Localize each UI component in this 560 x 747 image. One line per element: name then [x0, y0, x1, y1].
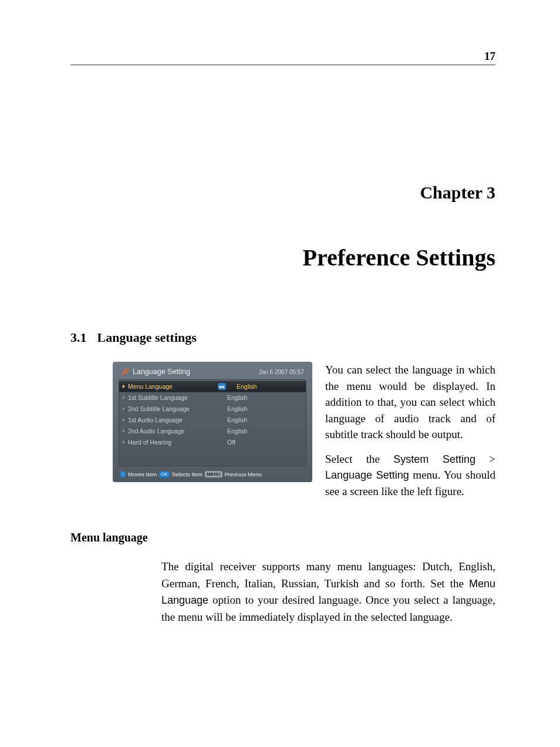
row-value: English [217, 405, 302, 412]
menu-row-2nd-audio[interactable]: 2nd Audio Language English [119, 426, 306, 437]
subheading-menu-language: Menu language [70, 531, 495, 544]
intro-p2-a: Select the [325, 453, 393, 465]
chevron-right-icon [123, 440, 125, 444]
section-number: 3.1 [70, 330, 87, 345]
chevron-right-icon [123, 396, 125, 399]
footer-selects: Selects Item [172, 471, 203, 477]
intro-p1: You can select the language in which the… [325, 362, 495, 443]
row-value: English [217, 428, 302, 435]
row-value: English [226, 383, 302, 390]
row-label: 2nd Subtitle Language [128, 405, 190, 412]
figure-panel: Menu Language ᴏᴋ English 1st Subtitle La… [119, 379, 306, 466]
menu-row-2nd-subtitle[interactable]: 2nd Subtitle Language English [119, 403, 306, 415]
intro-text: You can select the language in which the… [325, 362, 495, 507]
menu-row-menu-language[interactable]: Menu Language ᴏᴋ English [119, 381, 306, 392]
chapter-label: Chapter 3 [70, 183, 495, 203]
footer-prev: Previous Menu [225, 471, 262, 477]
chevron-right-icon [123, 385, 125, 388]
chapter-title: Preference Settings [70, 244, 495, 271]
page-header: 17 [70, 50, 495, 65]
row-label: Hard of Hearing [128, 439, 171, 446]
row-value: English [217, 416, 302, 423]
nav-key-icon: ↕ [120, 471, 126, 477]
row-label: 1st Audio Language [128, 416, 183, 423]
chevron-right-icon [123, 407, 125, 410]
body-p1-a: The digital receiver supports many menu … [161, 560, 495, 590]
row-value: English [217, 394, 302, 401]
ok-key-icon: OK [159, 471, 170, 477]
body-p1-b: option to your desired language. Once yo… [161, 594, 495, 623]
wrench-icon [121, 368, 129, 376]
section-heading: 3.1Language settings [70, 330, 495, 345]
chevron-right-icon [123, 418, 125, 422]
body-paragraph: The digital receiver supports many menu … [161, 558, 495, 625]
ok-icon: ᴏᴋ [218, 383, 226, 390]
chevron-right-icon [123, 429, 125, 433]
section-title: Language settings [97, 330, 197, 345]
figure-title: Language Setting [133, 368, 190, 376]
row-label: 2nd Audio Language [128, 428, 184, 435]
page-number: 17 [484, 50, 495, 62]
row-label: 1st Subtitle Language [128, 394, 188, 401]
embedded-figure: Language Setting Jan 6 2007 05:57 Menu L… [113, 362, 312, 507]
footer-moves: Moves Item [128, 471, 157, 477]
intro-p2: Select the System Setting > Language Set… [325, 451, 495, 500]
menu-row-1st-audio[interactable]: 1st Audio Language English [119, 415, 306, 426]
menu-row-1st-subtitle[interactable]: 1st Subtitle Language English [119, 392, 306, 403]
nav-system-setting: System Setting [393, 453, 475, 465]
nav-language-setting: Language Setting [325, 469, 409, 481]
gt-separator: > [475, 453, 495, 465]
menu-key-icon: MENU [205, 471, 222, 477]
figure-footer: ↕ Moves Item OK Selects Item MENU Previo… [119, 471, 306, 477]
figure-timestamp: Jan 6 2007 05:57 [259, 369, 304, 375]
row-value: Off [217, 439, 302, 446]
row-label: Menu Language [128, 383, 173, 390]
menu-row-hard-of-hearing[interactable]: Hard of Hearing Off [119, 437, 306, 448]
